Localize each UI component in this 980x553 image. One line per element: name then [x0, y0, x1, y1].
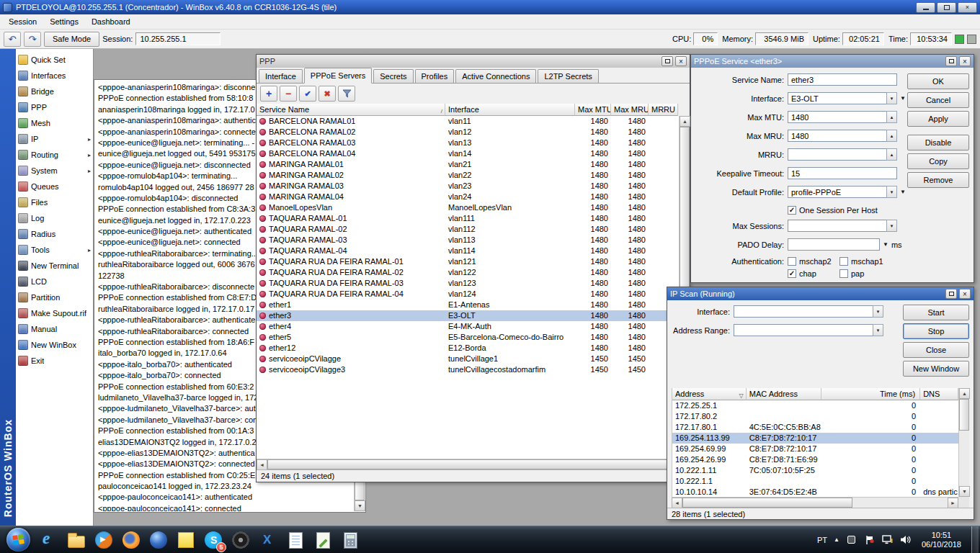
table-row[interactable]: MARINGA RAMAL02vlan2214801480 — [257, 170, 679, 181]
spinner-up-icon[interactable]: ▲ — [886, 111, 897, 123]
table-row[interactable]: 10.10.10.143E:07:64:D5:E2:4B0dns partic.… — [672, 487, 958, 497]
table-row[interactable]: servicoeoipCVilagge3tunelCvillagecostado… — [257, 364, 679, 375]
button-disable[interactable]: Disable — [907, 135, 969, 150]
taskbar-app-firefox[interactable] — [117, 526, 145, 553]
sidebar-item-bridge[interactable]: Bridge — [16, 84, 93, 99]
taskbar-app-media-player[interactable] — [90, 526, 117, 553]
tab-active-connections[interactable]: Active Connections — [455, 69, 536, 83]
button-new-window[interactable]: New Window — [903, 361, 969, 377]
sidebar-item-new-terminal[interactable]: New Terminal — [16, 258, 93, 274]
column-header-dns[interactable]: DNS — [920, 388, 958, 400]
combo-down-icon[interactable]: ▼ — [873, 305, 883, 318]
start-button[interactable] — [6, 528, 30, 552]
button-close[interactable]: Close — [903, 342, 969, 358]
sidebar-item-radius[interactable]: Radius — [16, 226, 93, 242]
column-header-max-mru[interactable]: Max MRU — [611, 104, 649, 116]
sidebar-item-files[interactable]: Files — [16, 194, 93, 210]
scroll-thumb[interactable] — [959, 399, 969, 431]
column-header-address[interactable]: Address▽ — [672, 388, 747, 400]
auth-option-mschap1[interactable]: mschap1 — [839, 257, 891, 266]
language-indicator[interactable]: PT — [817, 536, 827, 544]
action-center-flag-icon[interactable] — [864, 534, 876, 546]
max-sessions-field[interactable]: ▼ — [788, 220, 897, 232]
show-desktop-button[interactable] — [971, 526, 979, 553]
session-field[interactable]: 10.255.255.1 — [135, 32, 220, 45]
filter-button[interactable] — [338, 86, 355, 102]
sidebar-item-system[interactable]: System▸ — [16, 163, 93, 179]
checkbox-mschap1[interactable] — [839, 257, 848, 266]
button-ok[interactable]: OK — [907, 73, 969, 89]
sidebar-item-make-supout-rif[interactable]: Make Supout.rif — [16, 305, 93, 321]
combo-down-icon[interactable]: ▼ — [873, 324, 883, 336]
scroll-left-icon[interactable]: ◄ — [257, 459, 267, 470]
combo-down-icon[interactable]: ▼ — [886, 186, 897, 198]
table-row[interactable]: ether1E1-Antenas14801480 — [257, 300, 679, 310]
taskbar-app-windows-explorer[interactable] — [63, 526, 90, 553]
redo-button[interactable]: ↷ — [24, 32, 41, 47]
scroll-track[interactable] — [682, 498, 948, 508]
scroll-up-icon[interactable]: ▲ — [959, 388, 970, 399]
column-header-mac-address[interactable]: MAC Address — [747, 388, 822, 400]
table-row[interactable]: TAQUARA RAMAL-04vlan11414801480 — [257, 246, 679, 256]
table-row[interactable]: ether5E5-Barcelona-Comeco-do-Bairro14801… — [257, 332, 679, 343]
sidebar-item-new-winbox[interactable]: New WinBox — [16, 337, 93, 353]
scroll-down-icon[interactable]: ▼ — [355, 500, 365, 511]
table-row[interactable]: BARCELONA RAMAL04vlan1414801480 — [257, 148, 679, 159]
dropdown-arrow-icon[interactable]: ▼ — [883, 241, 888, 248]
network-icon[interactable] — [882, 534, 894, 546]
combo-down-icon[interactable]: ▼ — [886, 92, 897, 104]
scan-interface-combo[interactable]: ▼ — [734, 305, 883, 318]
sidebar-item-manual[interactable]: Manual — [16, 321, 93, 337]
sidebar-item-partition[interactable]: Partition — [16, 289, 93, 305]
taskbar-app-skype[interactable]: 5 — [200, 526, 227, 553]
column-header-interface[interactable]: Interface — [445, 104, 575, 116]
table-row[interactable]: TAQUARA RAMAL-02vlan11214801480 — [257, 224, 679, 235]
one-session-checkbox-wrap[interactable]: ✓ One Session Per Host — [788, 206, 878, 215]
auth-option-chap[interactable]: ✓chap — [788, 269, 839, 278]
table-row[interactable]: 172.17.80.20 — [672, 411, 958, 422]
disable-button[interactable]: ✖ — [318, 86, 336, 102]
taskbar-app-internet-explorer[interactable] — [35, 526, 63, 553]
taskbar-app-x-lite[interactable] — [254, 526, 282, 553]
safe-mode-button[interactable]: Safe Mode — [44, 32, 99, 47]
menu-session[interactable]: Session — [2, 16, 43, 27]
table-row[interactable]: TAQUARA RUA DA FEIRA RAMAL-03vlan1231480… — [257, 278, 679, 289]
ip-scan-restore-button[interactable] — [945, 289, 957, 299]
button-remove[interactable]: Remove — [907, 172, 969, 188]
table-row[interactable]: ether12E12-Borda14801480 — [257, 343, 679, 354]
taskbar-app-notepad[interactable] — [282, 526, 309, 553]
taskbar-app-sticky-notes[interactable] — [172, 526, 200, 553]
tab-secrets[interactable]: Secrets — [373, 69, 413, 83]
enable-button[interactable]: ✔ — [299, 86, 316, 102]
table-row[interactable]: BARCELONA RAMAL03vlan1314801480 — [257, 138, 679, 148]
button-cancel[interactable]: Cancel — [907, 92, 969, 108]
table-row[interactable]: 172.17.80.14C:5E:0C:C5:BB:A80 — [672, 422, 958, 433]
checkbox-chap[interactable]: ✓ — [788, 269, 796, 278]
table-row[interactable]: ManoelLopesVlanManoelLopesVlan14801480 — [257, 202, 679, 213]
table-row[interactable]: ether3E3-OLT14801480 — [257, 310, 679, 321]
pado-delay-field[interactable] — [788, 238, 880, 251]
tab-pppoe-servers[interactable]: PPPoE Servers — [304, 68, 372, 84]
keepalive-field[interactable]: 15 — [788, 167, 897, 179]
minimize-button[interactable] — [916, 2, 935, 13]
scroll-track[interactable] — [959, 399, 969, 486]
scroll-thumb[interactable] — [267, 459, 668, 469]
table-row[interactable]: 169.254.69.99C8:E7:D8:72:10:170 — [672, 444, 958, 454]
scroll-track[interactable] — [267, 459, 668, 469]
menu-settings[interactable]: Settings — [43, 16, 85, 27]
scroll-down-icon[interactable]: ▼ — [959, 486, 970, 497]
ip-scan-vertical-scrollbar[interactable]: ▲ ▼ — [958, 388, 969, 497]
button-copy[interactable]: Copy — [907, 153, 969, 169]
dropdown-arrow-icon[interactable]: ▼ — [900, 95, 906, 102]
auth-option-pap[interactable]: pap — [839, 269, 891, 278]
ip-scan-close-button[interactable]: × — [959, 289, 971, 299]
dialog-restore-button[interactable] — [945, 56, 957, 66]
one-session-checkbox[interactable]: ✓ — [788, 206, 796, 215]
ip-scan-window[interactable]: IP Scan (Running) × Interface: ▼ Address… — [667, 287, 974, 520]
table-row[interactable]: MARINGA RAMAL01vlan2114801480 — [257, 159, 679, 170]
max-mru-field[interactable]: 1480▲ — [788, 130, 897, 142]
table-row[interactable]: TAQUARA RUA DA FEIRA RAMAL-04vlan1241480… — [257, 289, 679, 300]
pppoe-service-dialog[interactable]: PPPoE Service <ether3> × Service Name: e… — [690, 54, 974, 283]
scroll-up-icon[interactable]: ▲ — [680, 116, 690, 127]
tab-interface[interactable]: Interface — [259, 69, 303, 83]
